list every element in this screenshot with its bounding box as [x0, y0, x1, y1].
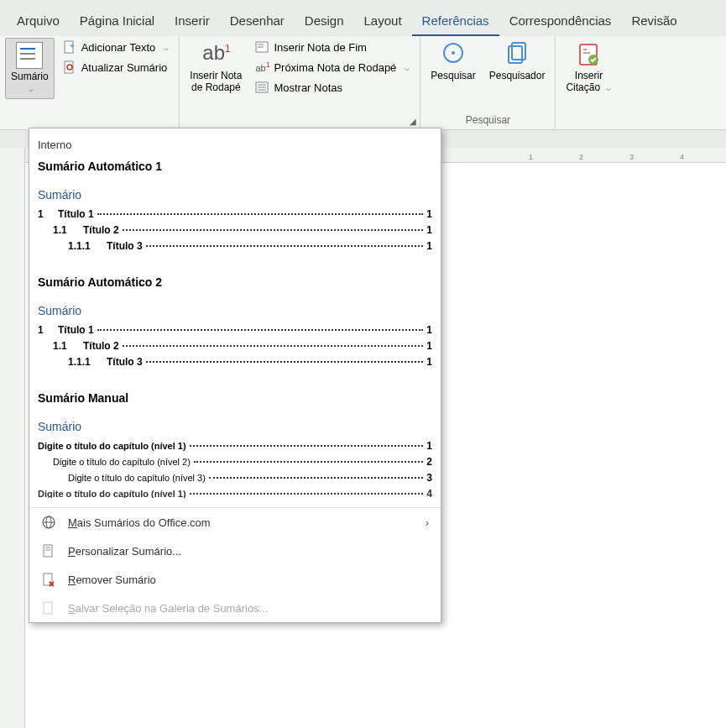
- add-text-label: Adicionar Texto: [81, 41, 156, 54]
- toc-page: 1: [426, 240, 432, 252]
- toc-leader-dots: [146, 361, 424, 363]
- toc-page: 1: [426, 224, 432, 236]
- globe-icon: [41, 515, 56, 530]
- menu-revisao[interactable]: Revisão: [621, 7, 687, 36]
- ribbon-group-footnote: ab1 Inserir Notade Rodapé Inserir Nota d…: [180, 36, 420, 129]
- citation-icon: [575, 41, 602, 68]
- researcher-button[interactable]: Pesquisador: [484, 38, 551, 85]
- menu-design[interactable]: Design: [295, 7, 354, 36]
- search-group-label: Pesquisar: [426, 113, 550, 129]
- toc-num: 1.1.1: [68, 356, 107, 368]
- toc-page: 1: [426, 340, 432, 352]
- ruler-mark: 4: [680, 153, 684, 161]
- insert-footnote-button[interactable]: ab1 Inserir Notade Rodapé: [185, 38, 247, 97]
- menu-inserir[interactable]: Inserir: [165, 7, 220, 36]
- insert-citation-button[interactable]: InserirCitação ⌵: [561, 38, 616, 97]
- toc-leader-dots: [123, 229, 424, 231]
- sumario-button[interactable]: Sumário⌵: [5, 38, 55, 99]
- customize-toc-action[interactable]: Personalizar Sumário...: [29, 537, 441, 565]
- update-sumario-label: Atualizar Sumário: [81, 61, 168, 74]
- insert-footnote-label1: Inserir Nota: [190, 70, 242, 81]
- toc-page: 1: [426, 440, 432, 452]
- toc-page: 4: [426, 488, 432, 498]
- update-sumario-button[interactable]: Atualizar Sumário: [58, 58, 175, 76]
- footnote-icon: ab1: [202, 41, 229, 68]
- sumario-dropdown: Interno Sumário Automático 1 Sumário 1Tí…: [29, 128, 441, 623]
- svg-point-12: [452, 51, 455, 55]
- researcher-label: Pesquisador: [489, 70, 546, 81]
- next-footnote-icon: ab1: [255, 60, 269, 74]
- svg-rect-20: [44, 545, 52, 557]
- toc-leader-dots: [194, 461, 423, 463]
- toc-text: Título 3: [107, 240, 143, 252]
- menu-pagina-inicial[interactable]: Página Inicial: [70, 7, 165, 36]
- toc-text: Digite o título do capítulo (nível 2): [53, 457, 191, 467]
- toc-text: Digite o título do capítulo (nível 1): [38, 441, 186, 451]
- show-notes-button[interactable]: Mostrar Notas: [250, 78, 415, 97]
- menu-correspondencias[interactable]: Correspondências: [499, 7, 622, 36]
- add-text-button[interactable]: + Adicionar Texto ⌵: [58, 38, 175, 56]
- chevron-down-icon: ⌵: [606, 83, 611, 92]
- show-notes-label: Mostrar Notas: [274, 81, 342, 94]
- toc-text: Digite o título do capítulo (nível 1): [38, 489, 186, 498]
- toc-leader-dots: [190, 445, 424, 447]
- toc-page: 3: [426, 472, 432, 484]
- document-icon: [41, 543, 56, 558]
- toc-text: Digite o título do capítulo (nível 3): [68, 473, 206, 483]
- chevron-down-icon: ⌵: [29, 84, 34, 93]
- toc-page: 1: [426, 208, 432, 220]
- menubar: Arquivo Página Inicial Inserir Desenhar …: [0, 0, 726, 36]
- citation-label2: Citação: [566, 81, 600, 93]
- books-icon: [504, 41, 530, 68]
- toc-text: Título 3: [107, 356, 143, 368]
- save-selection-label: alvar Seleção na Galeria de Sumários...: [76, 602, 269, 615]
- insert-endnote-button[interactable]: Inserir Nota de Fim: [250, 38, 415, 56]
- toc-style-title: Sumário Manual: [38, 391, 432, 405]
- toc-style-manual[interactable]: Sumário Manual Sumário Digite o título d…: [38, 391, 432, 498]
- ruler-mark: 3: [629, 153, 634, 161]
- insert-endnote-label: Inserir Nota de Fim: [274, 41, 367, 54]
- insert-footnote-label2: de Rodapé: [191, 81, 241, 93]
- toc-page: 1: [426, 324, 432, 336]
- toc-leader-dots: [123, 345, 424, 347]
- search-circle-icon: [440, 41, 467, 68]
- svg-text:+: +: [70, 41, 75, 50]
- ribbon: Sumário⌵ + Adicionar Texto ⌵ Atualizar S…: [0, 36, 726, 130]
- toc-page: 2: [426, 456, 432, 468]
- footnote-dialog-launcher[interactable]: ◢: [410, 117, 416, 126]
- toc-style-auto1[interactable]: Sumário Automático 1 Sumário 1Título 11 …: [38, 160, 432, 252]
- toc-page: 1: [426, 356, 432, 368]
- sumario-icon: [16, 42, 43, 69]
- ruler-mark: 2: [579, 153, 583, 161]
- toc-leader-dots: [146, 245, 424, 247]
- ribbon-group-citation: InserirCitação ⌵: [556, 36, 621, 129]
- menu-arquivo[interactable]: Arquivo: [7, 7, 70, 36]
- search-button[interactable]: Pesquisar: [426, 38, 480, 85]
- document-refresh-icon: [63, 60, 76, 74]
- menu-referencias[interactable]: Referências: [412, 7, 499, 36]
- search-label: Pesquisar: [431, 70, 475, 81]
- document-plus-icon: +: [63, 40, 76, 54]
- save-selection-action: Salvar Seleção na Galeria de Sumários...: [29, 594, 441, 622]
- chevron-down-icon: ⌵: [164, 43, 169, 52]
- sumario-label: Sumário: [11, 71, 49, 82]
- more-from-office-action[interactable]: Mais Sumários do Office.com ›: [29, 508, 441, 537]
- toc-heading: Sumário: [38, 304, 432, 317]
- menu-desenhar[interactable]: Desenhar: [220, 7, 295, 36]
- toc-leader-dots: [97, 329, 424, 331]
- toc-num: 1: [38, 324, 58, 336]
- toc-text: Título 2: [83, 224, 119, 236]
- toc-num: 1.1.1: [68, 240, 107, 252]
- customize-label: ersonalizar Sumário...: [76, 545, 181, 558]
- toc-leader-dots: [97, 213, 424, 215]
- more-label: ais Sumários do Office.com: [77, 516, 211, 529]
- next-footnote-label: Próxima Nota de Rodapé: [274, 61, 396, 74]
- remove-toc-action[interactable]: Remover Sumário: [29, 565, 441, 594]
- next-footnote-button[interactable]: ab1 Próxima Nota de Rodapé ⌵: [250, 58, 415, 76]
- toc-text: Título 1: [58, 324, 94, 336]
- menu-layout[interactable]: Layout: [354, 7, 412, 36]
- document-remove-icon: [41, 572, 56, 587]
- toc-style-auto2[interactable]: Sumário Automático 2 Sumário 1Título 11 …: [38, 275, 432, 368]
- toc-style-title: Sumário Automático 2: [38, 275, 432, 289]
- vertical-ruler: [0, 148, 25, 728]
